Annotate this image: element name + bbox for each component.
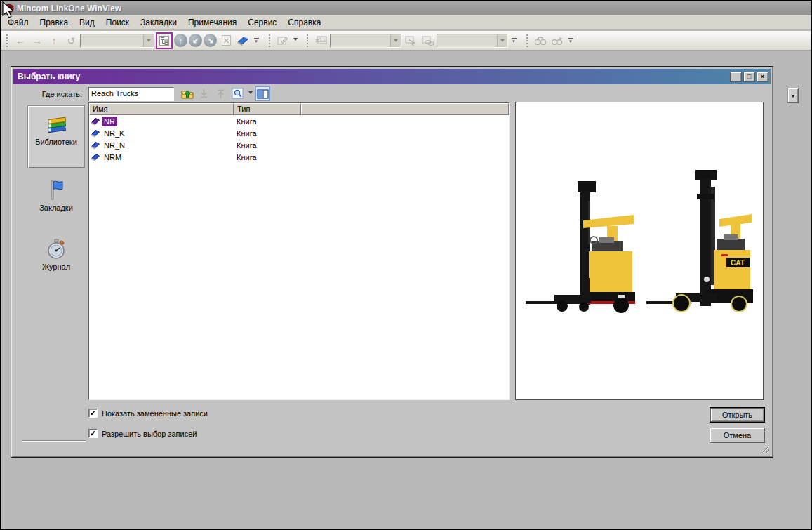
list-item-nr-n[interactable]: NR_N Книга — [89, 139, 509, 151]
checkbox-allow-selection[interactable]: ✓ — [88, 429, 98, 438]
link-combobox-2[interactable] — [437, 34, 508, 48]
column-header-name[interactable]: Имя — [89, 103, 234, 115]
toolbar-group-navigation: ← → ↑ ↺ ↑ ↙ ↘ — [4, 32, 260, 50]
app-title: Mincom LinkOne WinView — [17, 4, 121, 13]
checkbox-label: Показать замененные записи — [102, 409, 208, 418]
book-item-icon — [91, 141, 100, 150]
menu-search[interactable]: Поиск — [100, 15, 135, 29]
sidebar-item-journal[interactable]: Журнал — [27, 232, 85, 273]
forklift-preview-image: CAT — [516, 102, 763, 399]
where-toolbar — [180, 86, 270, 101]
dialog-titlebar[interactable]: Выбрать книгу _ □ × — [13, 69, 771, 84]
book-item-icon — [91, 129, 100, 138]
book-type: Книга — [234, 141, 301, 150]
where-search-combobox[interactable]: Reach Trucks — [88, 87, 174, 101]
book-name: NR_K — [102, 128, 126, 138]
menu-file[interactable]: Файл — [2, 15, 34, 29]
tree-view-icon[interactable] — [156, 32, 173, 49]
binoculars-icon[interactable] — [533, 33, 548, 48]
list-item-nr[interactable]: NR Книга — [89, 115, 509, 127]
where-search-value: Reach Trucks — [89, 88, 173, 100]
book-name: NR_N — [102, 140, 127, 150]
where-search-label: Где искать: — [18, 90, 82, 98]
break-link-icon[interactable] — [420, 33, 435, 48]
up-level-icon[interactable]: ↑ — [46, 33, 62, 48]
book-item-icon — [91, 153, 100, 161]
history-icon[interactable]: ↺ — [63, 33, 79, 48]
split-panel-icon[interactable] — [255, 86, 270, 101]
checkbox-show-replaced[interactable]: ✓ — [88, 409, 98, 418]
forward-icon[interactable]: → — [29, 33, 45, 48]
move-up-icon[interactable] — [213, 86, 228, 101]
preview-pane: CAT — [515, 102, 764, 400]
move-down-icon[interactable] — [197, 86, 211, 101]
menu-notes[interactable]: Примечания — [182, 15, 242, 29]
sidebar-divider — [22, 440, 86, 442]
select-book-dialog: Выбрать книгу _ □ × Где искать: Reach Tr… — [11, 66, 773, 458]
sidebar-item-bookmarks[interactable]: Закладки — [27, 173, 85, 214]
checkbox-label: Разрешить выбор записей — [102, 430, 197, 438]
book-icon[interactable] — [235, 33, 251, 48]
book-type: Книга — [234, 129, 301, 138]
book-name: NRM — [102, 152, 124, 162]
toolbar: ← → ↑ ↺ ↑ ↙ ↘ — [1, 31, 811, 51]
toolbar-group-search: ▼ — [524, 32, 575, 50]
address-dropdown-icon[interactable] — [143, 34, 154, 47]
address-combobox[interactable] — [80, 34, 154, 48]
link-combobox-2-dropdown-icon[interactable] — [497, 34, 507, 47]
goto-link-icon[interactable] — [403, 33, 418, 48]
menu-bookmarks[interactable]: Закладки — [135, 15, 182, 29]
book-name: NR — [102, 117, 117, 126]
resize-grip[interactable] — [760, 444, 769, 453]
toolbar-grip[interactable] — [526, 34, 529, 48]
toolbar-overflow-icon[interactable]: ▼ — [566, 33, 575, 48]
svg-text:CAT: CAT — [731, 259, 745, 267]
app-titlebar[interactable]: Mincom LinkOne WinView — [1, 1, 811, 15]
books-stack-icon — [44, 112, 68, 135]
image-link-icon[interactable] — [313, 33, 328, 48]
column-header-empty[interactable] — [301, 103, 509, 115]
toolbar-group-notes — [266, 32, 298, 50]
menu-service[interactable]: Сервис — [242, 15, 282, 29]
menu-help[interactable]: Справка — [282, 15, 326, 29]
sidebar-item-libraries[interactable]: Библиотеки — [27, 105, 85, 168]
where-search-dropdown-icon[interactable] — [787, 88, 799, 103]
sidebar-item-label: Журнал — [42, 263, 70, 271]
forklift-left — [526, 181, 635, 313]
toolbar-grip[interactable] — [268, 34, 272, 48]
link-combobox-1-dropdown-icon[interactable] — [390, 34, 401, 47]
back-icon[interactable]: ← — [13, 33, 28, 48]
book-type: Книга — [234, 117, 301, 126]
binoculars-next-icon[interactable] — [550, 33, 565, 48]
book-list-header: Имя Тип — [89, 103, 509, 115]
menu-edit[interactable]: Правка — [34, 15, 74, 29]
open-button[interactable]: Открыть — [710, 407, 765, 423]
toolbar-overflow-icon[interactable]: ▼ — [252, 33, 260, 48]
menu-view[interactable]: Вид — [74, 15, 100, 29]
nav-previous-icon[interactable]: ↙ — [189, 34, 202, 47]
app-window: { "window": { "title": "Mincom LinkOne W… — [0, 0, 812, 530]
preview-search-dropdown-icon[interactable] — [247, 86, 253, 101]
nav-next-icon[interactable]: ↘ — [204, 34, 217, 47]
preview-search-icon[interactable] — [230, 86, 245, 101]
nav-up-icon[interactable]: ↑ — [174, 34, 187, 47]
link-combobox-1[interactable] — [330, 34, 401, 48]
maximize-button[interactable]: □ — [743, 72, 755, 82]
option-show-replaced[interactable]: ✓ Показать замененные записи — [88, 409, 208, 418]
minimize-button[interactable]: _ — [730, 72, 742, 82]
menu-bar: Файл Правка Вид Поиск Закладки Примечани… — [1, 15, 811, 30]
close-button[interactable]: × — [757, 72, 768, 82]
column-header-type[interactable]: Тип — [234, 103, 301, 115]
note-icon[interactable] — [275, 33, 291, 48]
cancel-button[interactable]: Отмена — [710, 428, 765, 443]
option-allow-selection[interactable]: ✓ Разрешить выбор записей — [88, 429, 197, 438]
close-document-icon[interactable] — [218, 33, 234, 48]
folder-up-icon[interactable] — [180, 86, 194, 101]
toolbar-grip[interactable] — [6, 34, 9, 48]
toolbar-grip[interactable] — [306, 34, 310, 48]
note-dropdown-icon[interactable] — [292, 33, 298, 48]
list-item-nr-k[interactable]: NR_K Книга — [89, 127, 509, 139]
dialog-title: Выбрать книгу — [18, 72, 728, 81]
list-item-nrm[interactable]: NRM Книга — [89, 151, 509, 163]
toolbar-overflow-icon[interactable]: ▼ — [510, 33, 518, 48]
